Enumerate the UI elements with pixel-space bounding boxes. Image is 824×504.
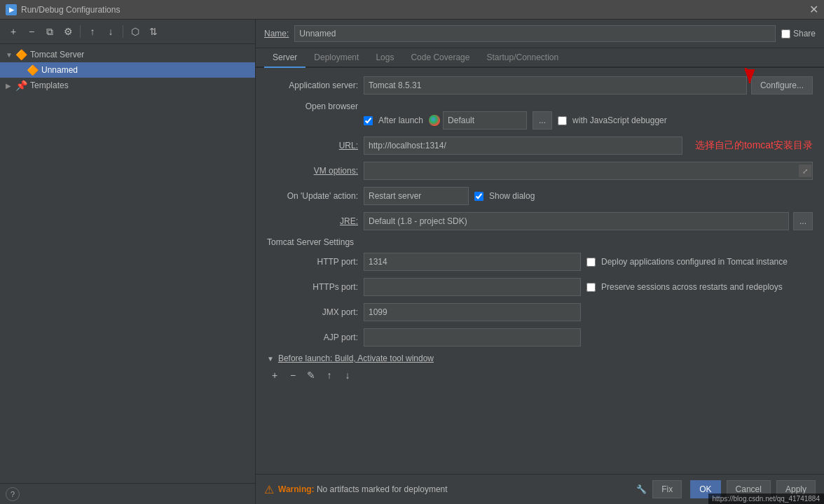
https-port-input[interactable] [364, 278, 581, 296]
vm-options-label: VM options: [267, 166, 358, 176]
tabs-bar: Server Deployment Logs Code Coverage Sta… [256, 48, 824, 68]
move-up-button[interactable]: ↑ [85, 24, 100, 39]
on-update-select[interactable]: Restart server [364, 187, 469, 205]
tomcat-annotation: 选择自己的tomcat安装目录 [695, 139, 813, 152]
fix-button[interactable]: Fix [652, 480, 682, 498]
name-label: Name: [264, 29, 289, 38]
tree-item-label: Tomcat Server [30, 50, 84, 59]
jre-row: JRE: Default (1.8 - project SDK) ... [267, 212, 813, 230]
share-container: Share [781, 29, 816, 38]
config-tree: ▼ 🔶 Tomcat Server 🔶 Unnamed ▶ 📌 Template… [0, 44, 255, 483]
vm-options-input[interactable] [364, 162, 813, 180]
server-settings-section: Tomcat Server Settings HTTP port: Deploy… [267, 237, 813, 346]
before-launch-collapse-arrow[interactable]: ▼ [267, 355, 274, 363]
before-launch-label: Before launch: Build, Activate tool wind… [278, 354, 434, 363]
tab-deployment[interactable]: Deployment [305, 48, 367, 68]
toolbar-separator [80, 25, 81, 38]
name-row: Name: Share [256, 20, 824, 48]
open-browser-row: After launch Default ... with JavaScript… [267, 111, 813, 130]
help-button[interactable]: ? [6, 487, 20, 501]
js-debugger-label: with JavaScript debugger [572, 115, 667, 125]
templates-icon: 📌 [15, 80, 27, 91]
expand-arrow: ▼ [6, 51, 13, 59]
preserve-sessions-label: Preserve sessions across restarts and re… [601, 282, 783, 292]
show-dialog-label: Show dialog [489, 191, 535, 201]
jre-label: JRE: [267, 216, 358, 226]
watermark: https://blog.csdn.net/qq_41741884 [708, 493, 824, 504]
show-dialog-checkbox[interactable] [474, 192, 483, 201]
deploy-apps-checkbox[interactable] [586, 258, 596, 267]
tree-item-templates[interactable]: ▶ 📌 Templates [0, 78, 255, 93]
before-launch-section: ▼ Before launch: Build, Activate tool wi… [267, 354, 813, 383]
vm-expand-button[interactable]: ⤢ [799, 164, 811, 177]
http-port-label: HTTP port: [267, 257, 358, 267]
title-bar: ▶ Run/Debug Configurations ✕ [0, 0, 824, 20]
share-label: Share [793, 29, 816, 38]
deploy-apps-label: Deploy applications configured in Tomcat… [601, 257, 788, 267]
warning-area: ⚠ Warning: No artifacts marked for deplo… [264, 483, 636, 496]
url-label: URL: [267, 141, 358, 150]
move-down-button[interactable]: ↓ [103, 24, 118, 39]
after-launch-checkbox[interactable] [364, 116, 373, 125]
name-input[interactable] [294, 25, 776, 42]
fix-icon: 🔧 [636, 484, 647, 494]
preserve-sessions-checkbox[interactable] [586, 283, 596, 292]
browser-select[interactable]: Default [443, 111, 527, 130]
right-panel: Name: Share Server Deployment Logs Code … [256, 20, 824, 504]
share-checkbox[interactable] [781, 29, 790, 38]
before-launch-remove-button[interactable]: − [285, 368, 301, 383]
jmx-port-label: JMX port: [267, 307, 358, 317]
before-launch-down-button[interactable]: ↓ [340, 368, 355, 383]
remove-config-button[interactable]: − [24, 24, 39, 39]
before-launch-toolbar: + − ✎ ↑ ↓ [267, 368, 813, 383]
https-port-row: HTTPs port: Preserve sessions across res… [267, 278, 813, 296]
window-title: Run/Debug Configurations [21, 5, 120, 15]
ajp-port-input[interactable] [364, 328, 581, 346]
configure-button[interactable]: Configure... [751, 76, 813, 94]
js-debugger-checkbox[interactable] [558, 116, 567, 125]
tree-item-label: Unnamed [41, 65, 78, 75]
url-row: URL: 选择自己的tomcat安装目录 [267, 136, 813, 155]
warning-icon: ⚠ [264, 483, 274, 496]
app-icon: ▶ [6, 4, 17, 15]
move-to-folder-button[interactable]: ⬡ [128, 24, 143, 39]
unnamed-icon: 🔶 [27, 64, 39, 76]
jmx-port-input[interactable] [364, 303, 581, 321]
tree-item-tomcat-server[interactable]: ▼ 🔶 Tomcat Server [0, 47, 255, 62]
tab-code-coverage[interactable]: Code Coverage [402, 48, 478, 68]
tab-startup-connection[interactable]: Startup/Connection [478, 48, 567, 68]
app-server-select[interactable]: Tomcat 8.5.31 [364, 76, 747, 94]
tree-item-label: Templates [30, 80, 69, 90]
on-update-row: On 'Update' action: Restart server Show … [267, 187, 813, 205]
add-config-button[interactable]: + [6, 24, 21, 39]
settings-button[interactable]: ⚙ [60, 24, 76, 39]
expand-arrow: ▶ [6, 82, 13, 90]
left-panel: + − ⧉ ⚙ ↑ ↓ ⬡ ⇅ ▼ 🔶 Tomcat Server [0, 20, 256, 504]
before-launch-up-button[interactable]: ↑ [322, 368, 337, 383]
toolbar-separator-2 [123, 25, 123, 38]
tree-item-unnamed[interactable]: 🔶 Unnamed [0, 62, 255, 78]
browser-icon [429, 115, 440, 126]
more-browser-button[interactable]: ... [533, 111, 552, 130]
copy-config-button[interactable]: ⧉ [42, 24, 57, 39]
left-bottom-bar: ? [0, 483, 255, 504]
before-launch-edit-button[interactable]: ✎ [303, 368, 319, 383]
https-port-label: HTTPs port: [267, 282, 358, 292]
sort-button[interactable]: ⇅ [146, 24, 161, 39]
url-input[interactable] [364, 136, 682, 155]
warning-text: Warning: No artifacts marked for deploym… [278, 484, 448, 494]
before-launch-add-button[interactable]: + [267, 368, 282, 383]
ajp-port-label: AJP port: [267, 332, 358, 342]
left-toolbar: + − ⧉ ⚙ ↑ ↓ ⬡ ⇅ [0, 20, 255, 44]
ajp-port-row: AJP port: [267, 328, 813, 346]
on-update-label: On 'Update' action: [267, 191, 358, 201]
http-port-input[interactable] [364, 253, 581, 271]
close-button[interactable]: ✕ [809, 4, 818, 15]
jre-select[interactable]: Default (1.8 - project SDK) [364, 212, 789, 230]
tab-server[interactable]: Server [264, 48, 305, 68]
jre-more-button[interactable]: ... [793, 212, 813, 230]
tab-logs[interactable]: Logs [367, 48, 402, 68]
tomcat-server-icon: 🔶 [15, 49, 27, 60]
vm-options-row: VM options: ⤢ [267, 162, 813, 180]
jmx-port-row: JMX port: [267, 303, 813, 321]
